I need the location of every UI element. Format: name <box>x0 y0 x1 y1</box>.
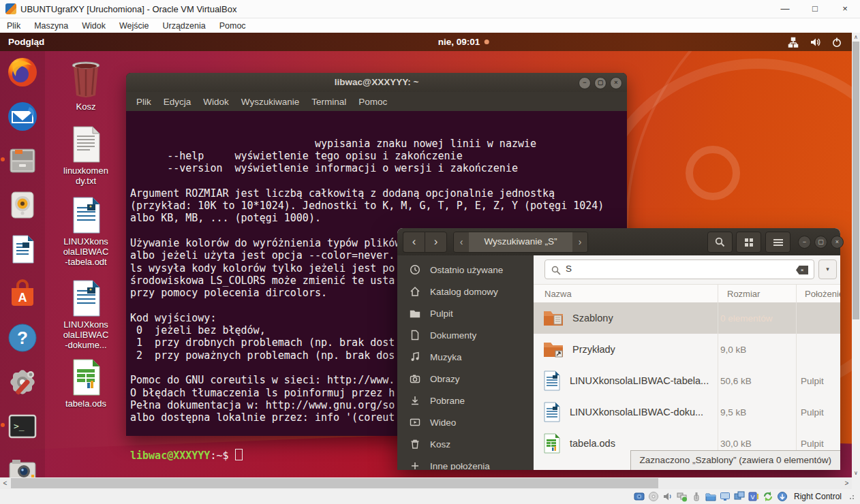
search-button[interactable] <box>707 232 733 253</box>
terminal-maximize-button[interactable]: ▢ <box>594 77 606 89</box>
menu-maszyna[interactable]: Maszyna <box>27 21 75 31</box>
dock-terminal-icon[interactable]: >_ <box>6 410 39 443</box>
file-name: LINUXkonsolaLIBWAC-doku... <box>570 407 703 418</box>
column-header-location[interactable]: Położenie <box>805 285 840 303</box>
features-icon[interactable] <box>763 491 773 502</box>
sidebar-item-music[interactable]: Muzyka <box>397 346 534 368</box>
file-row-tabela-odt[interactable]: LINUXkonsolaLIBWAC-tabela... 50,6 kB Pul… <box>534 365 840 396</box>
terminal-menu-plik[interactable]: Plik <box>132 97 156 107</box>
activities-button[interactable]: Podgląd <box>8 37 44 47</box>
terminal-menu-wyszukiwanie[interactable]: Wyszukiwanie <box>236 97 304 107</box>
sidebar-item-pictures[interactable]: Obrazy <box>397 368 534 390</box>
dock-files-icon[interactable] <box>6 144 39 177</box>
display-icon[interactable] <box>720 491 731 502</box>
mouse-integration-icon[interactable] <box>777 491 788 502</box>
shared-folder-icon[interactable] <box>705 491 716 502</box>
folder-icon <box>410 308 420 319</box>
plus-icon <box>410 460 420 470</box>
terminal-titlebar[interactable]: libwac@XXXYYY: ~ − ▢ × <box>126 73 627 92</box>
scroll-down-icon[interactable]: ∨ <box>852 469 860 477</box>
files-close-button[interactable]: × <box>831 236 844 249</box>
hamburger-menu-button[interactable] <box>765 232 790 253</box>
files-maximize-button[interactable]: ▢ <box>814 236 827 249</box>
horizontal-scroll-thumb[interactable] <box>11 478 658 488</box>
dock-thunderbird-icon[interactable] <box>6 100 39 133</box>
scroll-left-icon[interactable]: < <box>0 477 10 489</box>
grid-view-button[interactable] <box>736 232 761 253</box>
sidebar-item-desktop[interactable]: Pulpit <box>397 302 534 324</box>
file-row-doku-odt[interactable]: LINUXkonsolaLIBWAC-doku... 9,5 kB Pulpit <box>534 396 840 428</box>
volume-status-icon[interactable] <box>810 37 820 48</box>
dock-settings-icon[interactable] <box>6 366 39 398</box>
dock-camera-icon[interactable] <box>6 454 39 477</box>
dock-rhythmbox-icon[interactable] <box>6 189 39 221</box>
path-next-icon[interactable]: › <box>572 232 587 252</box>
cd-icon[interactable] <box>648 491 659 502</box>
desktop-item-kosz[interactable]: Kosz <box>48 60 124 112</box>
menu-plik[interactable]: Plik <box>0 21 27 31</box>
hdd-icon[interactable] <box>634 491 645 502</box>
vertical-scroll-thumb[interactable] <box>853 42 859 319</box>
terminal-line: albo KB, MB, ... (potęgi 1000). <box>130 212 627 224</box>
video-capture-icon[interactable]: V <box>748 491 759 502</box>
terminal-close-button[interactable]: × <box>610 77 622 89</box>
forward-button[interactable]: › <box>425 232 447 253</box>
desktop-item-label: tabela.ods <box>48 398 124 409</box>
menu-urzadzenia[interactable]: Urządzenia <box>155 21 212 31</box>
sidebar-item-recent[interactable]: Ostatnio używane <box>397 259 534 281</box>
vertical-scrollbar[interactable]: ∧ ∨ <box>852 33 860 477</box>
network-status-icon[interactable] <box>788 37 799 48</box>
files-headerbar[interactable]: ‹ › ‹ Wyszukiwanie „S” › − <box>397 228 840 256</box>
search-input[interactable]: S × <box>544 259 814 279</box>
files-minimize-button[interactable]: − <box>798 236 811 249</box>
terminal-menu-terminal[interactable]: Terminal <box>307 97 351 107</box>
sidebar-item-other-locations[interactable]: Inne położenia <box>397 455 534 470</box>
desktop-item-dokume[interactable]: LINUXkons olaLIBWAC -dokume... <box>48 279 124 350</box>
file-row-przyklady[interactable]: Przykłady 9,0 kB <box>534 334 840 365</box>
usb-icon[interactable] <box>691 491 702 502</box>
file-row-szablony[interactable]: Szablony 0 elementów <box>534 302 840 334</box>
scroll-up-icon[interactable]: ∧ <box>852 33 860 42</box>
column-header-size[interactable]: Rozmiar <box>727 285 760 303</box>
terminal-menu-pomoc[interactable]: Pomoc <box>354 97 392 107</box>
minimize-button[interactable]: — <box>770 0 800 18</box>
scroll-right-icon[interactable]: > <box>842 477 852 489</box>
close-button[interactable]: × <box>830 0 860 18</box>
clear-search-icon[interactable]: × <box>796 266 808 274</box>
desktop-item-tabela-ods[interactable]: tabela.ods <box>48 358 124 409</box>
search-options-dropdown[interactable]: ▾ <box>818 259 837 279</box>
seamless-icon[interactable] <box>734 491 745 502</box>
dock-software-icon[interactable]: A <box>6 277 39 310</box>
menu-widok[interactable]: Widok <box>75 21 112 31</box>
clock-menu[interactable]: nie, 09:01 <box>438 37 489 47</box>
file-size: 0 elementów <box>720 313 773 324</box>
dock-writer-icon[interactable] <box>6 233 39 266</box>
audio-icon[interactable] <box>662 491 673 502</box>
dock-help-icon[interactable]: ? <box>6 321 39 354</box>
terminal-menu-edycja[interactable]: Edycja <box>159 97 196 107</box>
horizontal-scrollbar[interactable]: < > <box>0 477 852 489</box>
sidebar-item-trash[interactable]: Kosz <box>397 433 534 455</box>
menu-pomoc[interactable]: Pomoc <box>213 21 253 31</box>
sidebar-label: Pulpit <box>430 309 453 319</box>
document-icon <box>410 330 420 341</box>
column-header-name[interactable]: Nazwa <box>544 285 572 303</box>
sidebar-item-downloads[interactable]: Pobrane <box>397 390 534 411</box>
terminal-minimize-button[interactable]: − <box>579 77 591 89</box>
network-icon[interactable] <box>677 491 688 502</box>
back-button[interactable]: ‹ <box>403 232 425 253</box>
path-current-button[interactable]: Wyszukiwanie „S” <box>469 232 572 252</box>
sidebar-item-home[interactable]: Katalog domowy <box>397 281 534 302</box>
sidebar-item-documents[interactable]: Dokumenty <box>397 324 534 346</box>
sidebar-item-videos[interactable]: Wideo <box>397 411 534 433</box>
svg-text:V: V <box>750 494 754 501</box>
resize-grip[interactable] <box>849 493 856 500</box>
power-status-icon[interactable] <box>831 37 842 48</box>
terminal-menu-widok[interactable]: Widok <box>198 97 234 107</box>
dock-firefox-icon[interactable] <box>6 56 39 89</box>
menu-wejscie[interactable]: Wejście <box>112 21 156 31</box>
desktop-item-tabela-odt[interactable]: LINUXkons olaLIBWAC -tabela.odt <box>48 196 124 267</box>
maximize-button[interactable]: □ <box>800 0 830 18</box>
path-prev-icon[interactable]: ‹ <box>454 232 469 252</box>
desktop-item-linuxkomendy[interactable]: linuxkomen dy.txt <box>48 125 124 186</box>
